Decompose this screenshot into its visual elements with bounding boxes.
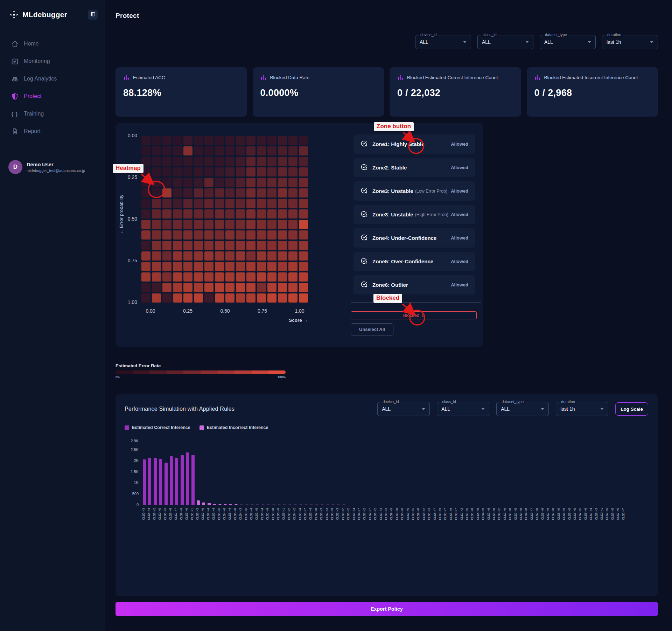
heatmap-cell[interactable] [204,241,214,250]
heatmap-cell[interactable] [204,136,214,145]
heatmap-cell[interactable] [173,178,182,187]
heatmap-cell[interactable] [288,272,298,282]
heatmap-cell[interactable] [257,146,266,155]
heatmap-cell[interactable] [152,230,161,240]
heatmap-cell[interactable] [288,157,298,166]
heatmap-cell[interactable] [225,230,234,240]
heatmap-cell[interactable] [194,178,203,187]
heatmap-cell[interactable] [152,136,161,145]
heatmap-cell[interactable] [288,293,298,303]
heatmap-cell[interactable] [183,157,192,166]
heatmap-cell[interactable] [299,293,308,303]
heatmap-cell[interactable] [236,220,245,229]
heatmap-cell[interactable] [236,272,245,282]
heatmap-cell[interactable] [141,293,150,303]
heatmap-cell[interactable] [246,241,255,250]
heatmap-cell[interactable] [194,188,203,197]
heatmap-cell[interactable] [162,146,172,155]
heatmap-cell[interactable] [278,199,287,208]
heatmap-cell[interactable] [278,293,287,303]
heatmap-cell[interactable] [152,251,161,261]
heatmap-cell[interactable] [236,167,245,176]
heatmap[interactable] [141,136,308,303]
heatmap-cell[interactable] [236,283,245,292]
heatmap-cell[interactable] [299,272,308,282]
heatmap-cell[interactable] [194,157,203,166]
heatmap-cell[interactable] [204,283,214,292]
heatmap-cell[interactable] [183,272,192,282]
sidebar-item-report[interactable]: Report [0,123,105,140]
heatmap-cell[interactable] [215,251,224,261]
heatmap-cell[interactable] [141,272,150,282]
heatmap-cell[interactable] [236,199,245,208]
heatmap-cell[interactable] [183,220,192,229]
heatmap-cell[interactable] [194,136,203,145]
heatmap-cell[interactable] [288,251,298,261]
heatmap-cell[interactable] [152,199,161,208]
heatmap-cell[interactable] [173,146,182,155]
heatmap-cell[interactable] [236,157,245,166]
heatmap-cell[interactable] [173,241,182,250]
heatmap-cell[interactable] [278,241,287,250]
heatmap-cell[interactable] [204,220,214,229]
heatmap-cell[interactable] [257,136,266,145]
heatmap-cell[interactable] [257,167,266,176]
heatmap-cell[interactable] [194,146,203,155]
sim-filter-dataset-type[interactable]: dataset_type ALL [496,402,549,416]
heatmap-cell[interactable] [173,209,182,219]
heatmap-cell[interactable] [257,283,266,292]
heatmap-cell[interactable] [162,178,172,187]
heatmap-cell[interactable] [225,199,234,208]
heatmap-cell[interactable] [141,283,150,292]
heatmap-cell[interactable] [162,188,172,197]
heatmap-cell[interactable] [141,251,150,261]
heatmap-cell[interactable] [215,178,224,187]
filter-duration[interactable]: duration last 1h [602,35,658,49]
heatmap-cell[interactable] [183,251,192,261]
heatmap-cell[interactable] [152,167,161,176]
heatmap-cell[interactable] [278,230,287,240]
heatmap-cell[interactable] [236,251,245,261]
heatmap-cell[interactable] [236,262,245,271]
sidebar-item-log-analytics[interactable]: Log Analytics [0,70,105,88]
heatmap-cell[interactable] [299,199,308,208]
heatmap-cell[interactable] [299,209,308,219]
heatmap-cell[interactable] [183,230,192,240]
heatmap-cell[interactable] [141,146,150,155]
heatmap-cell[interactable] [288,199,298,208]
heatmap-cell[interactable] [225,241,234,250]
heatmap-cell[interactable] [246,283,255,292]
heatmap-cell[interactable] [183,209,192,219]
heatmap-cell[interactable] [299,241,308,250]
heatmap-cell[interactable] [152,209,161,219]
heatmap-cell[interactable] [183,178,192,187]
heatmap-cell[interactable] [152,188,161,197]
heatmap-cell[interactable] [152,146,161,155]
heatmap-cell[interactable] [204,262,214,271]
heatmap-cell[interactable] [288,178,298,187]
heatmap-cell[interactable] [141,209,150,219]
heatmap-cell[interactable] [225,188,234,197]
heatmap-cell[interactable] [257,157,266,166]
heatmap-cell[interactable] [204,199,214,208]
heatmap-cell[interactable] [278,262,287,271]
heatmap-cell[interactable] [288,146,298,155]
heatmap-cell[interactable] [299,251,308,261]
unselect-all-button[interactable]: Unselect All [351,323,393,335]
heatmap-cell[interactable] [215,136,224,145]
heatmap-cell[interactable] [183,199,192,208]
heatmap-cell[interactable] [162,230,172,240]
heatmap-cell[interactable] [204,167,214,176]
heatmap-cell[interactable] [215,283,224,292]
heatmap-cell[interactable] [246,209,255,219]
heatmap-cell[interactable] [257,220,266,229]
heatmap-cell[interactable] [152,262,161,271]
sim-filter-class-id[interactable]: class_id ALL [437,402,489,416]
heatmap-cell[interactable] [288,188,298,197]
heatmap-cell[interactable] [299,262,308,271]
heatmap-cell[interactable] [278,220,287,229]
heatmap-cell[interactable] [152,293,161,303]
user-profile[interactable]: D Demo User mldebugger_test@adansons.co.… [0,160,105,174]
heatmap-cell[interactable] [194,293,203,303]
heatmap-cell[interactable] [225,272,234,282]
